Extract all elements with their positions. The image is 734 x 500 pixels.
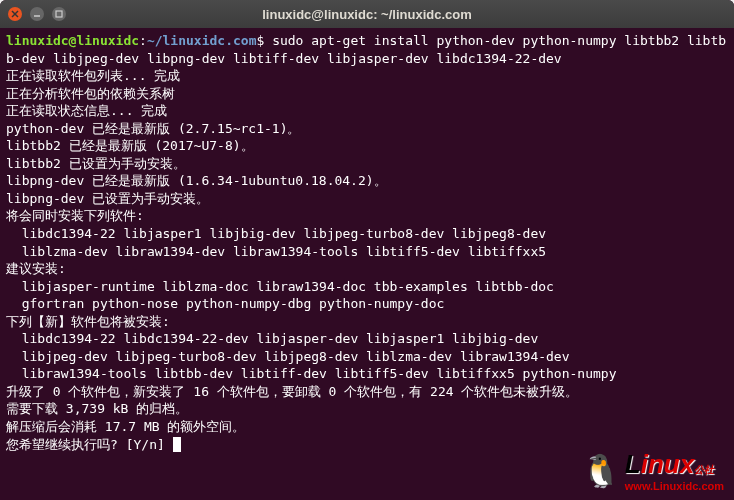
svg-rect-3 <box>56 11 62 17</box>
maximize-button[interactable] <box>52 7 66 21</box>
prompt-path: ~/linuxidc.com <box>147 33 257 48</box>
prompt-user-host: linuxidc@linuxidc <box>6 33 139 48</box>
output-line: 将会同时安装下列软件: <box>6 208 144 223</box>
minimize-button[interactable] <box>30 7 44 21</box>
output-line: libjasper-runtime liblzma-doc libraw1394… <box>6 279 554 294</box>
output-line: libpng-dev 已设置为手动安装。 <box>6 191 209 206</box>
penguin-icon: 🐧 <box>581 452 621 490</box>
terminal-window: linuxidc@linuxidc: ~/linuxidc.com linuxi… <box>0 0 734 500</box>
output-line: libdc1394-22 libdc1394-22-dev libjasper-… <box>6 331 538 346</box>
output-line: 建议安装: <box>6 261 66 276</box>
output-line: 正在分析软件包的依赖关系树 <box>6 86 175 101</box>
watermark-url: www.Linuxidc.com <box>625 480 724 492</box>
window-controls <box>8 7 66 21</box>
close-button[interactable] <box>8 7 22 21</box>
output-line: 正在读取状态信息... 完成 <box>6 103 167 118</box>
output-line: 下列【新】软件包将被安装: <box>6 314 170 329</box>
window-title: linuxidc@linuxidc: ~/linuxidc.com <box>262 7 472 22</box>
output-line: 正在读取软件包列表... 完成 <box>6 68 180 83</box>
output-line: libtbb2 已经是最新版 (2017~U7-8)。 <box>6 138 254 153</box>
output-line: gfortran python-nose python-numpy-dbg py… <box>6 296 444 311</box>
cursor <box>173 437 181 452</box>
output-line: libjpeg-dev libjpeg-turbo8-dev libjpeg8-… <box>6 349 570 364</box>
output-line: libraw1394-tools libtbb-dev libtiff-dev … <box>6 366 616 381</box>
output-line: libtbb2 已设置为手动安装。 <box>6 156 186 171</box>
output-line: 您希望继续执行吗? [Y/n] <box>6 437 173 452</box>
output-line: libpng-dev 已经是最新版 (1.6.34-1ubuntu0.18.04… <box>6 173 387 188</box>
prompt-colon: : <box>139 33 147 48</box>
output-line: 解压缩后会消耗 17.7 MB 的额外空间。 <box>6 419 245 434</box>
prompt-symbol: $ <box>256 33 264 48</box>
output-line: libdc1394-22 libjasper1 libjbig-dev libj… <box>6 226 546 241</box>
output-line: liblzma-dev libraw1394-dev libraw1394-to… <box>6 244 546 259</box>
output-line: 需要下载 3,739 kB 的归档。 <box>6 401 188 416</box>
titlebar: linuxidc@linuxidc: ~/linuxidc.com <box>0 0 734 28</box>
terminal-output[interactable]: linuxidc@linuxidc:~/linuxidc.com$ sudo a… <box>0 28 734 457</box>
output-line: python-dev 已经是最新版 (2.7.15~rc1-1)。 <box>6 121 301 136</box>
output-line: 升级了 0 个软件包，新安装了 16 个软件包，要卸载 0 个软件包，有 224… <box>6 384 578 399</box>
